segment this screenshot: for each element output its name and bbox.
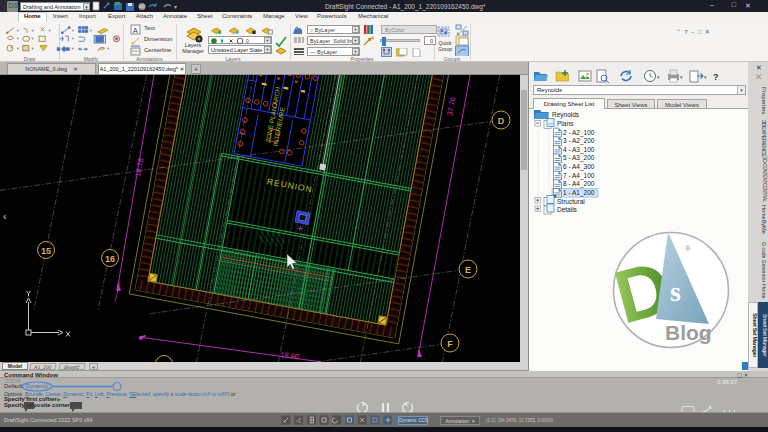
svg-text:Reynolds: Reynolds <box>552 111 580 119</box>
svg-text:0: 0 <box>246 38 249 44</box>
svg-text:16: 16 <box>105 254 115 264</box>
svg-text:5 - A3_200: 5 - A3_200 <box>563 154 595 162</box>
svg-text:3 - A2_200: 3 - A2_200 <box>563 137 595 145</box>
svg-text:▾: ▾ <box>704 74 707 80</box>
svg-text:▾: ▾ <box>72 46 75 51</box>
svg-text:▾: ▾ <box>680 74 683 80</box>
svg-text:Structural: Structural <box>557 198 585 205</box>
svg-text:1 - A1_200: 1 - A1_200 <box>563 189 595 197</box>
svg-text:Plans: Plans <box>557 120 574 127</box>
svg-text:▾: ▾ <box>72 28 75 33</box>
svg-text:▾: ▾ <box>107 46 110 51</box>
svg-text:▾: ▾ <box>657 74 660 80</box>
svg-text:▾: ▾ <box>49 28 52 33</box>
svg-text:®: ® <box>685 244 691 253</box>
svg-text:4 - A3_100: 4 - A3_100 <box>563 146 595 154</box>
svg-text:▾: ▾ <box>31 46 34 51</box>
svg-text:6 - A4_300: 6 - A4_300 <box>563 163 595 171</box>
svg-text:▾: ▾ <box>17 46 20 51</box>
svg-text:▾: ▾ <box>31 28 34 33</box>
svg-text:▾: ▾ <box>31 36 34 41</box>
svg-text:8 - A4_200: 8 - A4_200 <box>563 180 595 188</box>
svg-text:F: F <box>447 339 453 349</box>
svg-text:▾: ▾ <box>174 4 177 10</box>
svg-text:?: ? <box>713 72 719 82</box>
svg-text:▾: ▾ <box>17 36 20 41</box>
svg-text:‹: ‹ <box>3 210 7 222</box>
svg-text:2 - A2_100: 2 - A2_100 <box>563 129 595 137</box>
svg-text:7 - A4_100: 7 - A4_100 <box>563 172 595 180</box>
svg-text:E: E <box>465 265 471 275</box>
svg-text:15: 15 <box>41 246 51 256</box>
svg-text:D: D <box>498 116 505 126</box>
svg-text:s: s <box>670 276 681 307</box>
svg-text:A: A <box>133 27 138 34</box>
svg-text:Blog: Blog <box>665 321 712 344</box>
svg-text:▾: ▾ <box>17 28 20 33</box>
svg-text:Details: Details <box>557 206 578 213</box>
svg-text:▾: ▾ <box>90 28 93 33</box>
svg-text:▾: ▾ <box>72 36 75 41</box>
